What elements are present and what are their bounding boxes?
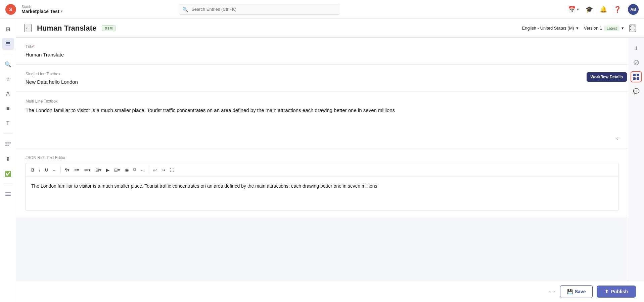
bell-icon[interactable]: 🔔	[600, 6, 607, 13]
rte-embed-button[interactable]: ⊟▾	[112, 166, 122, 174]
calendar-icon: 📅	[568, 6, 576, 13]
single-line-field: Single Line Textbox New Data hello Londo…	[16, 65, 628, 92]
help-icon[interactable]: ❓	[614, 6, 621, 13]
multi-line-field: Multi Line Textbox	[16, 92, 628, 148]
search-bar: 🔍	[179, 4, 340, 15]
rte-table-button[interactable]: ⊞▾	[93, 166, 103, 174]
chevron-down-icon: ▾	[61, 9, 62, 13]
entry-title: Human Translate	[37, 24, 96, 33]
version-selector[interactable]: Version 1 Latest ▾	[584, 26, 624, 31]
svg-rect-9	[5, 194, 11, 194]
svg-rect-0	[6, 42, 10, 43]
svg-point-4	[7, 142, 9, 144]
rte-content[interactable]: The London familiar to visitor is a much…	[26, 177, 618, 211]
rte-italic-button[interactable]: I	[37, 166, 42, 174]
svg-point-7	[7, 145, 9, 146]
activity-icon[interactable]	[630, 56, 642, 69]
calendar-chevron-icon: ▾	[577, 7, 579, 12]
rte-undo-button[interactable]: ↩	[151, 166, 159, 174]
app-name[interactable]: Marketplace Test ▾	[21, 9, 62, 14]
latest-badge: Latest	[604, 26, 619, 31]
svg-point-6	[5, 145, 7, 146]
sidebar-menu-icon[interactable]: ≡	[2, 103, 14, 115]
rte-wrapper: B I U ··· ¶▾ ≡▾ ≔▾ ⊞▾ ▶ ⊟▾ ◉ ⧉	[26, 163, 618, 211]
language-selector[interactable]: English - United States (M) ▾	[522, 26, 578, 31]
entry-header-right: English - United States (M) ▾ Version 1 …	[522, 25, 636, 32]
calendar-area[interactable]: 📅 ▾	[568, 6, 579, 13]
workflow-details-tooltip: Workflow Details	[587, 72, 627, 82]
search-input[interactable]	[179, 4, 340, 15]
comment-icon[interactable]: 💬	[630, 85, 642, 97]
rte-link-button[interactable]: ⧉	[131, 166, 138, 174]
sidebar-divider-1	[3, 54, 13, 54]
sidebar-type-icon[interactable]: T	[2, 117, 14, 129]
sidebar-grid-icon[interactable]: ⊞	[2, 23, 14, 35]
bottom-toolbar: ··· 💾 Save ⬆ Publish	[16, 281, 644, 302]
sidebar-list-icon[interactable]	[2, 38, 14, 50]
back-button[interactable]: ←	[24, 24, 32, 32]
rte-fullscreen-button[interactable]: ⛶	[168, 166, 176, 174]
stack-label: Stack	[21, 5, 62, 9]
rte-media-button[interactable]: ▶	[104, 166, 111, 174]
single-line-field-value[interactable]: New Data hello London	[26, 79, 618, 85]
svg-point-5	[9, 142, 11, 144]
save-button[interactable]: 💾 Save	[560, 285, 593, 298]
graduation-icon[interactable]: 🎓	[586, 6, 593, 13]
workflow-details-button[interactable]	[631, 71, 642, 82]
main-layout: ⊞ 🔍 ☆ A ≡ T ⬆ ✅	[0, 19, 644, 302]
publish-button[interactable]: ⬆ Publish	[597, 286, 636, 298]
rte-field-label: JSON Rich Text Editor	[26, 155, 618, 160]
top-navigation: S Stack Marketplace Test ▾ 🔍 📅 ▾ 🎓 🔔 ❓ A…	[0, 0, 644, 19]
rte-image-button[interactable]: ◉	[123, 166, 131, 174]
sidebar-upload-icon[interactable]: ⬆	[2, 153, 14, 165]
rte-underline-button[interactable]: U	[43, 166, 50, 174]
multi-line-field-input[interactable]	[26, 106, 618, 140]
xtm-badge: XTM	[102, 25, 116, 31]
rte-list-button[interactable]: ≔▾	[82, 166, 93, 174]
rte-more-button[interactable]: ···	[51, 166, 58, 174]
rte-align-button[interactable]: ≡▾	[72, 166, 81, 174]
publish-icon: ⬆	[605, 289, 609, 294]
sidebar-layers-icon[interactable]	[2, 188, 14, 200]
workflow-dot-1	[633, 74, 636, 76]
content-area: ← Human Translate XTM English - United S…	[16, 19, 644, 302]
rte-paragraph-button[interactable]: ¶▾	[63, 166, 72, 174]
rte-field: JSON Rich Text Editor B I U ··· ¶▾ ≡▾ ≔▾…	[16, 149, 628, 218]
sidebar-divider-2	[3, 134, 13, 134]
workflow-dot-2	[637, 74, 639, 76]
title-field-label: Title*	[26, 44, 618, 49]
svg-point-3	[5, 142, 7, 144]
fields-panel: Title* Human Translate Single Line Textb…	[16, 38, 628, 281]
info-icon[interactable]: ℹ	[630, 42, 642, 54]
sidebar-network-icon[interactable]	[2, 138, 14, 150]
workflow-dot-4	[637, 77, 639, 80]
workflow-dots-grid	[633, 74, 639, 80]
fullscreen-button[interactable]: ⛶	[629, 25, 636, 32]
rte-divider-2	[149, 166, 149, 173]
svg-rect-1	[6, 43, 10, 44]
single-line-field-label: Single Line Textbox	[26, 72, 618, 76]
svg-rect-2	[6, 45, 10, 45]
sidebar-checklist-icon[interactable]: ✅	[2, 167, 14, 180]
editor-layout: Title* Human Translate Single Line Textb…	[16, 38, 644, 281]
app-logo: S	[5, 4, 16, 15]
language-chevron-icon: ▾	[576, 26, 579, 31]
more-options-button[interactable]: ···	[549, 288, 556, 295]
version-chevron-icon: ▾	[622, 26, 624, 31]
entry-header: ← Human Translate XTM English - United S…	[16, 19, 644, 38]
sidebar-search-icon[interactable]: 🔍	[2, 58, 14, 70]
sidebar-divider-3	[3, 184, 13, 184]
right-sidebar: ℹ Workflow Details	[628, 38, 644, 281]
rte-bold-button[interactable]: B	[29, 166, 36, 174]
sidebar-star-icon[interactable]: ☆	[2, 73, 14, 85]
top-nav-right: 📅 ▾ 🎓 🔔 ❓ AB	[568, 4, 639, 15]
svg-rect-10	[5, 195, 11, 196]
save-icon: 💾	[567, 289, 573, 294]
title-field-value[interactable]: Human Translate	[26, 52, 618, 58]
rte-more2-button[interactable]: ···	[139, 166, 147, 174]
avatar[interactable]: AB	[628, 4, 639, 15]
sidebar-text-icon[interactable]: A	[2, 88, 14, 100]
workflow-dot-3	[633, 77, 636, 80]
multi-line-field-label: Multi Line Textbox	[26, 99, 618, 104]
rte-redo-button[interactable]: ↪	[159, 166, 167, 174]
